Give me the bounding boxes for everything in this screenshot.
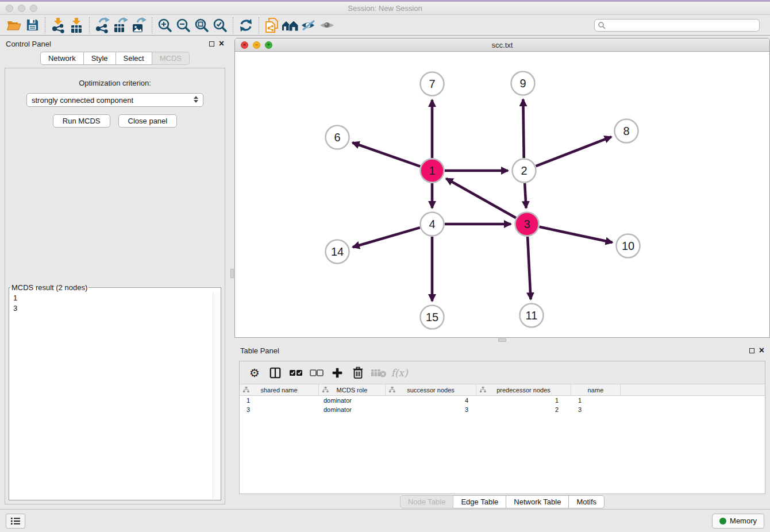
function-builder-button[interactable]: f(x): [390, 364, 409, 382]
table-row[interactable]: 1dominator411: [240, 396, 765, 405]
export-image-button[interactable]: [130, 17, 148, 34]
table-cell[interactable]: 1: [240, 396, 319, 405]
memory-button[interactable]: Memory: [712, 514, 764, 529]
result-scrollbar[interactable]: [213, 292, 220, 499]
edge-3-1[interactable]: [446, 179, 515, 218]
float-panel-icon[interactable]: [749, 348, 754, 353]
column-header-successor-nodes[interactable]: successor nodes: [386, 384, 476, 395]
add-column-button[interactable]: [328, 364, 346, 382]
table-tab-edge-table[interactable]: Edge Table: [453, 495, 506, 508]
edge-3-10[interactable]: [540, 227, 613, 242]
network-canvas[interactable]: 7968124314101511: [235, 52, 769, 337]
memory-label: Memory: [730, 516, 757, 525]
hide-selected-button[interactable]: [299, 17, 318, 34]
control-panel-tabs: NetworkStyleSelectMCDS: [0, 52, 230, 65]
table-cell[interactable]: dominator: [319, 396, 386, 405]
result-item[interactable]: 1: [10, 293, 213, 303]
toolbar-separator: [233, 17, 233, 33]
zoom-fit-button[interactable]: [192, 17, 211, 34]
apply-layout-button[interactable]: [237, 17, 255, 34]
float-panel-icon[interactable]: [209, 41, 214, 47]
table-cell[interactable]: 3: [240, 405, 319, 414]
search-field: [594, 19, 760, 32]
table-cell[interactable]: 1: [476, 396, 571, 405]
column-header-mcds-role[interactable]: MCDS role: [319, 384, 386, 395]
tab-network[interactable]: Network: [40, 52, 84, 65]
node-label-6: 6: [334, 131, 340, 144]
zoom-out-icon: [176, 18, 191, 33]
table-cell[interactable]: 1: [571, 396, 621, 405]
homes-icon: [282, 18, 299, 32]
unchecked-boxes-icon: [310, 369, 324, 377]
delete-column-button[interactable]: [349, 364, 367, 382]
table-cell[interactable]: 3: [571, 405, 621, 414]
table-cell[interactable]: 3: [386, 405, 476, 414]
result-item[interactable]: 3: [10, 303, 213, 314]
zoom-selected-button[interactable]: [211, 17, 229, 34]
home-button[interactable]: [281, 17, 299, 34]
table-tab-node-table[interactable]: Node Table: [400, 495, 454, 508]
import-network-button[interactable]: [49, 17, 67, 34]
optimization-select-value: strongly connected component: [32, 96, 133, 105]
node-label-4: 4: [429, 218, 435, 230]
tab-select[interactable]: Select: [116, 52, 152, 65]
export-table-button[interactable]: [111, 17, 130, 34]
gear-icon: ⚙: [249, 366, 260, 380]
column-header-label: predecessor nodes: [496, 387, 550, 394]
table-row[interactable]: 3dominator323: [240, 405, 765, 414]
node-label-2: 2: [521, 164, 527, 177]
tab-style[interactable]: Style: [84, 52, 116, 65]
divider-grip[interactable]: [498, 338, 506, 342]
network-window-title: scc.txt: [235, 41, 769, 49]
column-header-name[interactable]: name: [571, 384, 621, 395]
optimization-select[interactable]: strongly connected component: [26, 93, 203, 107]
table-toolbar: ⚙: [240, 361, 765, 384]
search-input[interactable]: [594, 19, 760, 32]
run-mcds-button[interactable]: Run MCDS: [53, 114, 110, 128]
toolbar-separator: [259, 17, 259, 33]
horizontal-split-divider[interactable]: [234, 338, 770, 342]
task-history-button[interactable]: [6, 514, 25, 529]
close-panel-button[interactable]: Close panel: [118, 114, 178, 128]
zoom-out-button[interactable]: [174, 17, 192, 34]
edge-2-8[interactable]: [536, 137, 611, 166]
table-header-row: shared nameMCDS rolesuccessor nodesprede…: [240, 384, 765, 396]
column-header-shared-name[interactable]: shared name: [240, 384, 319, 395]
tab-mcds[interactable]: MCDS: [152, 52, 190, 65]
deselect-all-button[interactable]: [307, 364, 326, 382]
divider-grip[interactable]: [230, 269, 234, 278]
delete-table-button[interactable]: [369, 364, 388, 382]
save-session-button[interactable]: [23, 17, 41, 34]
table-tabs: Node TableEdge TableNetwork TableMotifs: [400, 495, 605, 508]
edge-2-3[interactable]: [525, 183, 526, 208]
node-label-8: 8: [623, 125, 629, 137]
edge-3-11[interactable]: [528, 237, 530, 299]
table-tab-network-table[interactable]: Network Table: [506, 495, 569, 508]
close-panel-icon[interactable]: ×: [759, 347, 764, 354]
vertical-split-divider[interactable]: [230, 36, 234, 509]
export-image-icon: [131, 17, 147, 33]
column-header-predecessor-nodes[interactable]: predecessor nodes: [476, 384, 571, 395]
network-canvas-svg: 7968124314101511: [235, 52, 769, 337]
open-session-button[interactable]: [5, 17, 23, 34]
toggle-column-button[interactable]: [266, 364, 284, 382]
table-tab-motifs[interactable]: Motifs: [569, 495, 605, 508]
edge-4-14[interactable]: [353, 228, 420, 247]
edge-2-9[interactable]: [523, 99, 523, 158]
close-panel-icon[interactable]: ×: [219, 40, 224, 47]
table-cell[interactable]: 2: [476, 405, 571, 414]
select-all-button[interactable]: [287, 364, 305, 382]
table-cell[interactable]: dominator: [319, 405, 386, 414]
cybrowser-button[interactable]: [263, 17, 281, 34]
import-table-button[interactable]: [67, 17, 86, 34]
show-all-button[interactable]: [318, 17, 336, 34]
zoom-selected-icon: [213, 18, 228, 33]
export-table-icon: [113, 17, 129, 33]
export-network-button[interactable]: [93, 17, 111, 34]
node-label-7: 7: [429, 78, 435, 90]
table-settings-button[interactable]: ⚙: [245, 364, 264, 382]
table-cell[interactable]: 4: [386, 396, 476, 405]
open-folder-icon: [6, 18, 21, 32]
edge-1-6[interactable]: [352, 142, 420, 166]
zoom-in-button[interactable]: [156, 17, 174, 34]
